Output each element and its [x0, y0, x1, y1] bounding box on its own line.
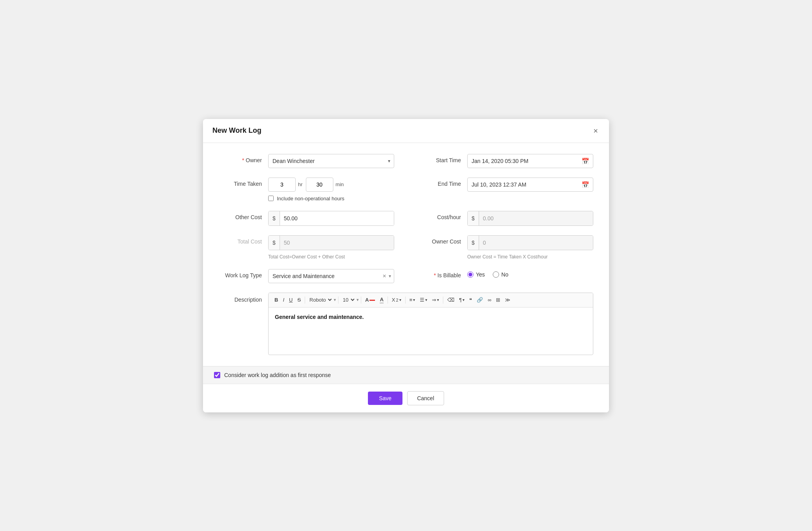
modal-body: Owner Dean Winchester ▾ Start Time 📅	[203, 143, 609, 366]
total-cost-input	[280, 236, 394, 250]
description-content[interactable]: General service and maintenance.	[269, 308, 593, 355]
highlight-button[interactable]: A	[378, 295, 385, 305]
billable-no-radio[interactable]	[493, 271, 499, 278]
cost-per-hour-label: Cost/hour	[418, 211, 461, 220]
cost-per-hour-row: Cost/hour $	[418, 211, 593, 226]
owner-label: Owner	[219, 154, 262, 163]
hr-unit: hr	[298, 181, 303, 187]
font-size-dropdown-icon: ▾	[357, 297, 359, 302]
other-cost-input-wrap: $	[268, 211, 394, 226]
font-size-select[interactable]: 10	[340, 295, 356, 304]
bold-button[interactable]: B	[272, 296, 280, 304]
bottom-bar: Consider work log addition as first resp…	[203, 366, 609, 384]
italic-button[interactable]: I	[281, 296, 286, 304]
font-color-a-label: A	[365, 297, 369, 303]
first-response-checkbox[interactable]	[214, 372, 220, 378]
billable-yes-label[interactable]: Yes	[476, 271, 485, 278]
quote-button[interactable]: ❝	[467, 296, 474, 304]
is-billable-row: Is Billable Yes No	[418, 269, 593, 283]
other-cost-row: Other Cost $	[219, 211, 394, 226]
owner-cost-row: Owner Cost $ Owner Cost = Time Taken X C…	[418, 235, 593, 260]
link-button[interactable]: 🔗	[475, 296, 485, 304]
description-control: B I U S Roboto ▾ 10	[268, 293, 593, 355]
modal-footer: Save Cancel	[203, 384, 609, 412]
save-button[interactable]: Save	[368, 392, 402, 405]
start-time-input[interactable]	[467, 154, 593, 168]
table-button[interactable]: ⊞	[494, 296, 502, 304]
toolbar-divider-2	[338, 297, 338, 304]
non-operational-row: Include non-operational hours	[268, 196, 394, 201]
minutes-input[interactable]	[306, 178, 333, 192]
billable-no-label[interactable]: No	[501, 271, 508, 278]
non-operational-label[interactable]: Include non-operational hours	[277, 196, 344, 201]
time-taken-label: Time Taken	[219, 178, 262, 187]
owner-cost-currency-symbol: $	[468, 236, 479, 250]
highlight-a-label: A	[380, 297, 383, 304]
billable-no-item: No	[493, 271, 508, 278]
eraser-button[interactable]: ⌫	[445, 296, 456, 304]
end-time-row: End Time 📅	[418, 178, 593, 201]
font-color-button[interactable]: A	[363, 296, 377, 304]
first-response-label[interactable]: Consider work log addition as first resp…	[224, 372, 331, 378]
cancel-button[interactable]: Cancel	[407, 391, 444, 405]
strikethrough-button[interactable]: S	[295, 296, 303, 304]
work-log-type-control: Service and Maintenance ✕ ▾	[268, 269, 394, 283]
start-time-row: Start Time 📅	[418, 154, 593, 168]
toolbar-divider-6	[443, 297, 443, 304]
total-cost-input-wrap: $	[268, 235, 394, 250]
total-cost-label: Total Cost	[219, 235, 262, 245]
billable-yes-item: Yes	[467, 271, 485, 278]
superscript-button[interactable]: X2 ▾	[390, 296, 403, 304]
form-grid: Owner Dean Winchester ▾ Start Time 📅	[219, 154, 593, 355]
total-cost-currency-symbol: $	[269, 236, 280, 250]
code-button[interactable]: ∞	[486, 296, 493, 304]
font-dropdown-icon: ▾	[334, 297, 336, 302]
is-billable-control: Yes No	[467, 269, 593, 278]
toolbar-divider-3	[361, 297, 361, 304]
description-text: General service and maintenance.	[275, 314, 364, 320]
indent-button[interactable]: ⇒ ▾	[430, 296, 441, 304]
owner-row: Owner Dean Winchester ▾	[219, 154, 394, 168]
end-time-input[interactable]	[467, 178, 593, 192]
owner-cost-control: $ Owner Cost = Time Taken X Cost/hour	[467, 235, 593, 260]
more-button[interactable]: ≫	[503, 296, 512, 304]
paragraph-button[interactable]: ¶ ▾	[457, 296, 466, 304]
total-cost-hint: Total Cost=Owner Cost + Other Cost	[268, 254, 394, 260]
other-cost-currency-symbol: $	[269, 211, 280, 225]
list-button[interactable]: ☰ ▾	[418, 296, 429, 304]
editor-toolbar: B I U S Roboto ▾ 10	[269, 293, 593, 308]
work-log-type-wrap: Service and Maintenance ✕ ▾	[268, 269, 394, 283]
owner-select[interactable]: Dean Winchester	[268, 154, 394, 168]
cost-per-hour-control: $	[467, 211, 593, 226]
work-log-type-select[interactable]: Service and Maintenance	[268, 269, 394, 283]
underline-button[interactable]: U	[287, 296, 294, 304]
work-log-type-label: Work Log Type	[219, 269, 262, 278]
toolbar-divider-1	[305, 297, 305, 304]
new-work-log-modal: New Work Log × Owner Dean Winchester ▾ S…	[203, 119, 609, 412]
minutes-wrap: min	[306, 178, 344, 192]
toolbar-divider-4	[388, 297, 388, 304]
hours-wrap: hr	[268, 178, 303, 192]
time-taken-inputs: hr min	[268, 178, 394, 192]
font-color-indicator	[369, 300, 375, 301]
work-log-type-row: Work Log Type Service and Maintenance ✕ …	[219, 269, 394, 283]
time-taken-row: Time Taken hr min Inclu	[219, 178, 394, 201]
hours-input[interactable]	[268, 178, 296, 192]
toolbar-divider-5	[405, 297, 406, 304]
min-unit: min	[336, 181, 344, 187]
non-operational-checkbox[interactable]	[268, 196, 274, 201]
close-button[interactable]: ×	[592, 125, 600, 136]
align-button[interactable]: ≡ ▾	[408, 296, 417, 304]
other-cost-input[interactable]	[280, 211, 394, 225]
total-cost-row: Total Cost $ Total Cost=Owner Cost + Oth…	[219, 235, 394, 260]
font-family-select[interactable]: Roboto	[307, 295, 333, 304]
modal-title: New Work Log	[212, 126, 262, 135]
billable-yes-radio[interactable]	[467, 271, 474, 278]
cost-per-hour-currency-symbol: $	[468, 211, 479, 225]
end-time-control: 📅	[467, 178, 593, 192]
owner-select-wrap: Dean Winchester ▾	[268, 154, 394, 168]
modal-header: New Work Log ×	[203, 119, 609, 143]
start-time-control: 📅	[467, 154, 593, 168]
other-cost-label: Other Cost	[219, 211, 262, 220]
owner-cost-input	[479, 236, 593, 250]
